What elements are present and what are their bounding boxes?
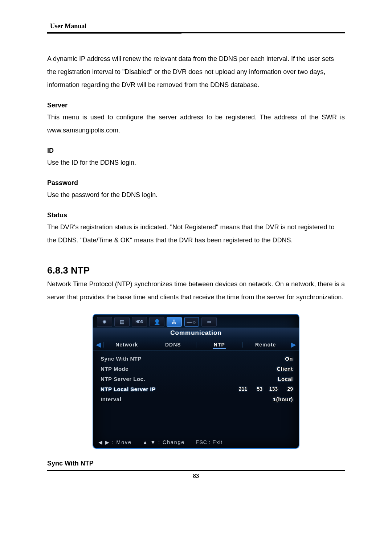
ip-octet-2[interactable]: 53 — [252, 386, 262, 392]
row-sync-value: On — [200, 356, 293, 362]
hdd-icon-glyph: HDD — [135, 320, 143, 324]
document-page: User Manual A dynamic IP address will re… — [0, 0, 392, 554]
ip-octet-1[interactable]: 211 — [237, 386, 247, 392]
tab-network[interactable]: Network — [103, 342, 150, 348]
hdd-icon[interactable]: HDD — [132, 317, 147, 327]
row-ntp-mode[interactable]: NTP Mode Client — [101, 364, 293, 374]
ip-octet-3[interactable]: 133 — [268, 386, 278, 392]
dvr-top-icon-bar: ✺ ▤ HDD 👤 🖧 —☼ ⇦ — [93, 315, 299, 328]
tab-ddns-label: DDNS — [165, 342, 181, 348]
status-heading: Status — [47, 212, 345, 219]
exit-icon-glyph: ⇦ — [207, 319, 211, 325]
row-sync-with-ntp[interactable]: Sync With NTP On — [101, 353, 293, 364]
row-ntp-local-server-ip[interactable]: NTP Local Server IP 211 53 133 29 — [101, 384, 293, 394]
page-number: 83 — [47, 472, 345, 480]
intro-paragraph: A dynamic IP address will renew the rele… — [47, 52, 345, 91]
row-mode-label: NTP Mode — [101, 366, 200, 372]
user-icon[interactable]: 👤 — [149, 317, 164, 327]
row-interval-label: Interval — [101, 396, 200, 402]
dvr-footer-hints: ◀ ▶ : Move ▲ ▼ : Change ESC : Exit — [93, 437, 299, 448]
header-rule — [47, 32, 345, 33]
network-icon[interactable]: 🖧 — [167, 317, 182, 327]
gear-icon-glyph: ✺ — [102, 319, 107, 325]
page-header: User Manual — [47, 22, 345, 33]
brightness-icon-glyph: —☼ — [187, 319, 197, 325]
ntp-heading: 6.8.3 NTP — [47, 265, 345, 276]
row-ip-label: NTP Local Server IP — [101, 386, 200, 392]
row-ntp-server-loc[interactable]: NTP Server Loc. Local — [101, 374, 293, 384]
row-loc-label: NTP Server Loc. — [101, 376, 200, 382]
tab-remote-label: Remote — [255, 342, 276, 348]
hint-move: ◀ ▶ : Move — [98, 439, 132, 445]
id-body: Use the ID for the DDNS login. — [47, 156, 345, 169]
password-heading: Password — [47, 179, 345, 187]
tab-ntp-label: NTP — [213, 342, 226, 349]
tab-ntp[interactable]: NTP — [196, 342, 242, 348]
user-icon-glyph: 👤 — [154, 319, 160, 325]
password-body: Use the password for the DDNS login. — [47, 188, 345, 201]
row-mode-value: Client — [200, 366, 293, 372]
ip-octet-4[interactable]: 29 — [283, 386, 293, 392]
sync-with-ntp-heading: Sync With NTP — [47, 460, 345, 467]
tab-network-label: Network — [115, 342, 138, 348]
dvr-ui: ✺ ▤ HDD 👤 🖧 —☼ ⇦ Communication ◀ Network… — [93, 314, 299, 449]
id-heading: ID — [47, 147, 345, 155]
display-icon[interactable]: ▤ — [114, 317, 130, 327]
brightness-icon[interactable]: —☼ — [184, 317, 199, 327]
server-body: This menu is used to configure the serve… — [47, 111, 345, 137]
dvr-tabs: ◀ Network DDNS NTP Remote ▶ — [93, 339, 299, 350]
status-body: The DVR's registration status is indicat… — [47, 221, 345, 247]
row-ip-value: 211 53 133 29 — [200, 386, 293, 392]
tab-right-arrow-icon[interactable]: ▶ — [289, 339, 299, 350]
ntp-body: Network Time Protocol (NTP) synchronizes… — [47, 278, 345, 304]
display-icon-glyph: ▤ — [120, 319, 124, 325]
server-heading: Server — [47, 102, 345, 109]
row-interval-value: 1(hour) — [200, 396, 293, 402]
tab-left-arrow-icon[interactable]: ◀ — [93, 339, 103, 350]
exit-icon[interactable]: ⇦ — [201, 317, 217, 327]
hint-change: ▲ ▼ : Change — [143, 439, 185, 445]
header-title: User Manual — [50, 22, 345, 30]
gear-icon[interactable]: ✺ — [97, 317, 112, 327]
network-icon-glyph: 🖧 — [172, 319, 177, 325]
tab-ddns[interactable]: DDNS — [150, 342, 196, 348]
dvr-banner: Communication — [93, 328, 299, 339]
dvr-settings-list: Sync With NTP On NTP Mode Client NTP Ser… — [93, 350, 299, 437]
row-loc-value: Local — [200, 376, 293, 382]
row-sync-label: Sync With NTP — [101, 356, 200, 362]
hint-exit: ESC : Exit — [196, 439, 222, 445]
tab-remote[interactable]: Remote — [242, 342, 289, 348]
footer-rule — [47, 470, 345, 471]
row-interval[interactable]: Interval 1(hour) — [101, 394, 293, 404]
